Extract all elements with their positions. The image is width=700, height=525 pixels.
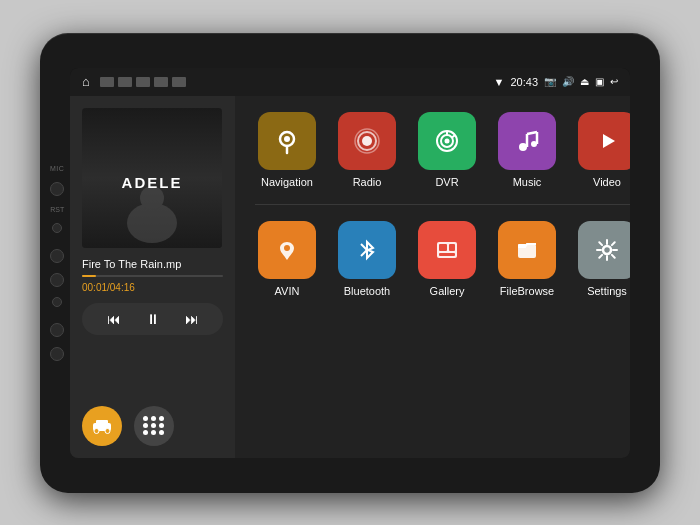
speaker-icon: 🔊 bbox=[562, 76, 574, 87]
row-divider bbox=[255, 204, 630, 205]
track-name: Fire To The Rain.mp bbox=[82, 258, 223, 270]
album-artist: ADELE bbox=[122, 174, 183, 191]
app-settings[interactable]: Settings bbox=[575, 221, 630, 297]
svg-rect-27 bbox=[439, 244, 447, 251]
status-app-icon-3 bbox=[136, 77, 150, 87]
apps-panel: Navigation Radio bbox=[235, 96, 630, 458]
app-music[interactable]: Music bbox=[495, 112, 559, 188]
bluetooth-label: Bluetooth bbox=[344, 285, 390, 297]
side-buttons: MIC RST bbox=[50, 165, 64, 361]
current-time: 00:01 bbox=[82, 282, 107, 293]
rst-label: RST bbox=[50, 206, 64, 213]
app-navigation[interactable]: Navigation bbox=[255, 112, 319, 188]
bottom-quick-icons bbox=[82, 406, 223, 446]
vol-up-button[interactable] bbox=[50, 323, 64, 337]
svg-point-9 bbox=[362, 136, 372, 146]
track-info: Fire To The Rain.mp 00:01/04:16 bbox=[82, 258, 223, 293]
apps-row-1: Navigation Radio bbox=[255, 112, 630, 188]
svg-marker-22 bbox=[603, 134, 615, 148]
progress-bar bbox=[82, 275, 223, 277]
svg-rect-3 bbox=[96, 420, 108, 426]
status-bar: ⌂ ▼ 20:43 📷 🔊 ⏏ ▣ ↩ bbox=[70, 68, 630, 96]
window-icon: ▣ bbox=[595, 76, 604, 87]
music-label: Music bbox=[513, 176, 542, 188]
car-mode-button[interactable] bbox=[82, 406, 122, 446]
main-content: ADELE Fire To The Rain.mp bbox=[70, 96, 630, 458]
svg-rect-31 bbox=[518, 244, 526, 248]
play-pause-button[interactable]: ⏸ bbox=[146, 311, 160, 327]
video-icon bbox=[578, 112, 630, 170]
camera-icon: 📷 bbox=[544, 76, 556, 87]
navigation-icon bbox=[258, 112, 316, 170]
music-panel: ADELE Fire To The Rain.mp bbox=[70, 96, 235, 458]
status-app-icon-2 bbox=[118, 77, 132, 87]
status-app-icon-1 bbox=[100, 77, 114, 87]
radio-label: Radio bbox=[353, 176, 382, 188]
svg-point-7 bbox=[284, 136, 290, 142]
navigation-label: Navigation bbox=[261, 176, 313, 188]
settings-icon bbox=[578, 221, 630, 279]
apps-row-2: AVIN Bluetooth bbox=[255, 221, 630, 297]
vol-down-button[interactable] bbox=[50, 347, 64, 361]
video-label: Video bbox=[593, 176, 621, 188]
gallery-label: Gallery bbox=[430, 285, 465, 297]
home-icon[interactable]: ⌂ bbox=[82, 74, 90, 89]
status-time: 20:43 bbox=[510, 76, 538, 88]
track-time: 00:01/04:16 bbox=[82, 282, 223, 293]
power-button[interactable] bbox=[50, 249, 64, 263]
app-gallery[interactable]: Gallery bbox=[415, 221, 479, 297]
total-time: 04:16 bbox=[110, 282, 135, 293]
radio-icon bbox=[338, 112, 396, 170]
mic-label: MIC bbox=[50, 165, 64, 172]
app-dvr[interactable]: DVR bbox=[415, 112, 479, 188]
svg-point-23 bbox=[284, 245, 290, 251]
dot-grid bbox=[143, 416, 165, 435]
svg-line-20 bbox=[527, 132, 537, 134]
svg-rect-29 bbox=[439, 253, 455, 256]
status-bar-right: ▼ 20:43 📷 🔊 ⏏ ▣ ↩ bbox=[494, 76, 618, 88]
app-radio[interactable]: Radio bbox=[335, 112, 399, 188]
eject-icon: ⏏ bbox=[580, 76, 589, 87]
wifi-icon: ▼ bbox=[494, 76, 505, 88]
app-avin[interactable]: AVIN bbox=[255, 221, 319, 297]
back-nav-icon[interactable]: ↩ bbox=[610, 76, 618, 87]
svg-point-14 bbox=[445, 138, 450, 143]
svg-point-5 bbox=[105, 428, 110, 433]
settings-label: Settings bbox=[587, 285, 627, 297]
gallery-icon bbox=[418, 221, 476, 279]
car-head-unit: MIC RST ⌂ ▼ bbox=[40, 33, 660, 493]
dvr-icon bbox=[418, 112, 476, 170]
next-button[interactable]: ⏭ bbox=[185, 311, 199, 327]
svg-line-16 bbox=[452, 135, 455, 138]
mic-button[interactable] bbox=[50, 182, 64, 196]
rst-button[interactable] bbox=[52, 223, 62, 233]
app-bluetooth[interactable]: Bluetooth bbox=[335, 221, 399, 297]
svg-point-32 bbox=[603, 246, 611, 254]
status-app-icon-5 bbox=[172, 77, 186, 87]
album-art: ADELE bbox=[82, 108, 222, 248]
status-app-icon-4 bbox=[154, 77, 168, 87]
home-button[interactable] bbox=[50, 273, 64, 287]
prev-button[interactable]: ⏮ bbox=[107, 311, 121, 327]
progress-fill bbox=[82, 275, 96, 277]
filebrowse-label: FileBrowse bbox=[500, 285, 554, 297]
bt-icon bbox=[338, 221, 396, 279]
svg-rect-28 bbox=[449, 244, 455, 251]
files-icon bbox=[498, 221, 556, 279]
playback-controls: ⏮ ⏸ ⏭ bbox=[82, 303, 223, 335]
avin-icon bbox=[258, 221, 316, 279]
screen: ⌂ ▼ 20:43 📷 🔊 ⏏ ▣ ↩ bbox=[70, 68, 630, 458]
music-icon bbox=[498, 112, 556, 170]
app-video[interactable]: Video bbox=[575, 112, 630, 188]
svg-point-4 bbox=[94, 428, 99, 433]
app-filebrowse[interactable]: FileBrowse bbox=[495, 221, 559, 297]
avin-label: AVIN bbox=[275, 285, 300, 297]
status-bar-left: ⌂ bbox=[82, 74, 186, 89]
app-drawer-button[interactable] bbox=[134, 406, 174, 446]
dvr-label: DVR bbox=[435, 176, 458, 188]
android-button[interactable] bbox=[52, 297, 62, 307]
